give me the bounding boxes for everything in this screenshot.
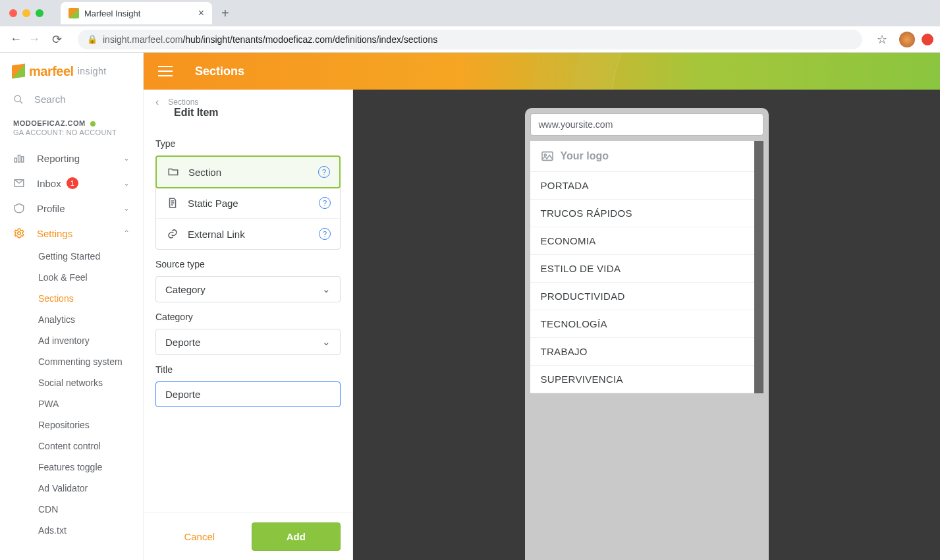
breadcrumb[interactable]: Sections [168, 98, 198, 107]
page-title: Sections [195, 65, 244, 78]
folder-icon [167, 166, 179, 178]
window-maximize-icon[interactable] [36, 9, 43, 17]
type-option-section[interactable]: Section ? [155, 155, 341, 188]
type-option-label: External Link [188, 229, 245, 240]
gear-icon [13, 227, 25, 239]
svg-rect-3 [18, 155, 20, 163]
type-option-static-page[interactable]: Static Page ? [156, 188, 340, 219]
sub-item-features-toggle[interactable]: Features toggle [0, 457, 143, 478]
preview-menu-item[interactable]: SUPERVIVENCIA [530, 365, 754, 393]
svg-rect-6 [542, 152, 553, 161]
brand-name: marfeel [29, 64, 74, 79]
image-icon [541, 151, 554, 161]
type-option-label: Section [188, 167, 221, 178]
help-icon[interactable]: ? [319, 228, 331, 240]
preview-menu-item[interactable]: TECNOLOGÍA [530, 310, 754, 337]
sub-item-analytics[interactable]: Analytics [0, 309, 143, 330]
extension-icon[interactable] [922, 34, 933, 45]
category-label: Category [155, 312, 341, 322]
svg-rect-2 [14, 158, 16, 162]
menu-toggle-button[interactable] [158, 66, 173, 76]
sidebar-item-label: Settings [37, 228, 72, 239]
forward-button[interactable]: → [25, 32, 43, 46]
chevron-down-icon: ⌄ [123, 204, 130, 213]
sub-item-ad-inventory[interactable]: Ad inventory [0, 330, 143, 351]
page-icon [167, 197, 179, 209]
help-icon[interactable]: ? [319, 197, 331, 209]
sub-item-commenting[interactable]: Commenting system [0, 351, 143, 372]
chevron-down-icon: ⌄ [322, 336, 331, 348]
source-type-select[interactable]: Category ⌄ [155, 276, 341, 302]
type-option-external-link[interactable]: External Link ? [156, 219, 340, 249]
inbox-icon [13, 177, 25, 189]
chevron-up-icon: ⌃ [123, 229, 130, 238]
preview-menu-item[interactable]: TRABAJO [530, 337, 754, 365]
preview-menu-item[interactable]: PORTADA [530, 171, 754, 199]
sidebar-item-profile[interactable]: Profile ⌄ [0, 196, 143, 221]
svg-point-0 [14, 96, 20, 101]
window-minimize-icon[interactable] [22, 9, 30, 17]
window-close-icon[interactable] [9, 9, 17, 17]
sub-item-look-feel[interactable]: Look & Feel [0, 267, 143, 288]
new-tab-button[interactable]: + [221, 6, 229, 21]
link-icon [167, 228, 179, 240]
sub-item-repositories[interactable]: Repositories [0, 414, 143, 435]
source-type-label: Source type [155, 259, 341, 269]
sub-item-sections[interactable]: Sections [0, 288, 143, 309]
tab-close-icon[interactable]: × [198, 7, 204, 19]
sub-item-getting-started[interactable]: Getting Started [0, 246, 143, 267]
preview-logo: Your logo [530, 141, 754, 171]
sub-item-content-control[interactable]: Content control [0, 435, 143, 457]
preview-menu-item[interactable]: TRUCOS RÁPIDOS [530, 199, 754, 227]
sub-item-pwa[interactable]: PWA [0, 393, 143, 414]
reload-button[interactable]: ⟳ [47, 32, 66, 47]
preview-menu-item[interactable]: ESTILO DE VIDA [530, 254, 754, 282]
sidebar-item-inbox[interactable]: Inbox 1 ⌄ [0, 171, 143, 196]
preview-scrollbar[interactable] [754, 141, 763, 393]
search-input[interactable]: Search [0, 90, 143, 114]
browser-tab[interactable]: Marfeel Insight × [61, 2, 212, 24]
sub-item-ad-validator[interactable]: Ad Validator [0, 478, 143, 499]
brand-suffix: insight [78, 66, 107, 76]
back-button[interactable]: ← [7, 32, 25, 46]
address-bar[interactable]: 🔒 insight.marfeel.com/hub/insight/tenant… [78, 30, 862, 49]
help-icon[interactable]: ? [318, 166, 330, 178]
window-controls: Marfeel Insight × + [0, 0, 940, 26]
cancel-button[interactable]: Cancel [155, 522, 244, 551]
bar-chart-icon [13, 152, 25, 164]
profile-avatar[interactable] [899, 32, 915, 47]
svg-point-5 [18, 232, 21, 235]
sidebar-item-label: Reporting [37, 153, 80, 164]
chevron-down-icon: ⌄ [123, 154, 130, 163]
title-field-label: Title [155, 364, 341, 375]
sidebar-item-reporting[interactable]: Reporting ⌄ [0, 146, 143, 171]
brand-logo[interactable]: marfeel insight [0, 53, 143, 90]
bookmark-icon[interactable]: ☆ [877, 32, 887, 47]
preview-menu: PORTADA TRUCOS RÁPIDOS ECONOMIA ESTILO D… [530, 171, 754, 393]
editor-title: Edit Item [144, 107, 352, 125]
type-label: Type [155, 138, 341, 149]
select-value: Category [165, 284, 206, 295]
preview-menu-item[interactable]: ECONOMIA [530, 227, 754, 254]
title-input[interactable] [155, 381, 341, 407]
search-placeholder: Search [34, 94, 66, 105]
svg-line-1 [20, 101, 22, 103]
browser-toolbar: ← → ⟳ 🔒 insight.marfeel.com/hub/insight/… [0, 26, 940, 53]
search-icon [13, 94, 24, 105]
type-option-label: Static Page [188, 198, 238, 209]
sub-item-cdn[interactable]: CDN [0, 499, 143, 520]
preview-menu-item[interactable]: PRODUCTIVIDAD [530, 282, 754, 310]
lock-icon: 🔒 [87, 34, 97, 44]
sidebar-item-settings[interactable]: Settings ⌃ [0, 221, 143, 246]
phone-frame: www.yoursite.com Your logo PORTADA TRUCO… [525, 108, 769, 560]
sub-item-ads-txt[interactable]: Ads.txt [0, 520, 143, 541]
add-button[interactable]: Add [252, 522, 341, 551]
button-row: Cancel Add [144, 513, 352, 560]
sub-item-social[interactable]: Social networks [0, 372, 143, 393]
sidebar-item-label: Profile [37, 203, 65, 214]
category-select[interactable]: Deporte ⌄ [155, 329, 341, 355]
content-row: ‹ Sections Edit Item Type Section ? [144, 90, 940, 560]
top-bar: Sections [144, 53, 940, 90]
editor-panel: ‹ Sections Edit Item Type Section ? [144, 90, 353, 560]
app: marfeel insight Search MODOEFICAZ.COM GA… [0, 53, 940, 560]
